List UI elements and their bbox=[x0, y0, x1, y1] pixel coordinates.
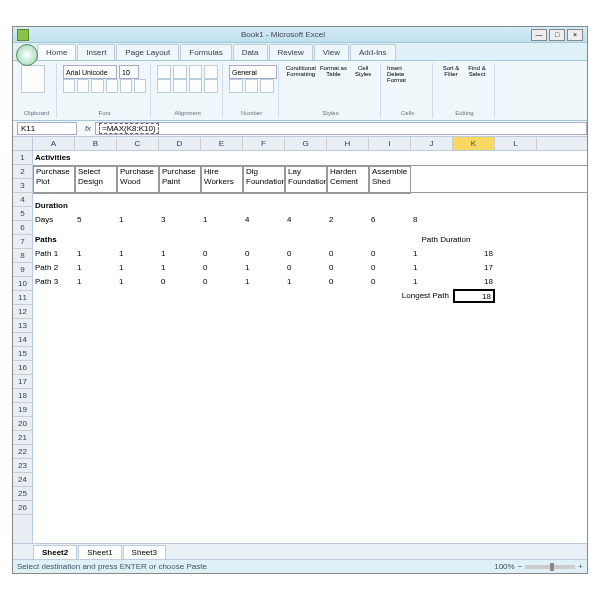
row-10[interactable]: 10 bbox=[13, 277, 32, 291]
longest-path-label[interactable]: Longest Path bbox=[369, 289, 453, 303]
activity-cell[interactable]: Hire Workers bbox=[201, 166, 243, 194]
path-name[interactable]: Path 1 bbox=[33, 247, 75, 261]
row-5[interactable]: 5 bbox=[13, 207, 32, 221]
row-6[interactable]: 6 bbox=[13, 221, 32, 235]
sheet-tab-sheet2[interactable]: Sheet2 bbox=[33, 545, 77, 559]
cell-A7[interactable]: Paths bbox=[33, 233, 75, 247]
activity-cell[interactable]: Lay Foundation bbox=[285, 166, 327, 194]
wrap-button[interactable] bbox=[204, 65, 218, 79]
cells[interactable]: Activities Purchase PlotSelect DesignPur… bbox=[33, 151, 587, 555]
cell-K11[interactable]: 18 bbox=[453, 289, 495, 303]
row-26[interactable]: 26 bbox=[13, 501, 32, 515]
col-F[interactable]: F bbox=[243, 137, 285, 150]
row-17[interactable]: 17 bbox=[13, 375, 32, 389]
path-cell[interactable]: 0 bbox=[201, 261, 243, 275]
row-2[interactable]: 2 bbox=[13, 165, 32, 179]
fx-icon[interactable]: fx bbox=[81, 124, 95, 133]
col-B[interactable]: B bbox=[75, 137, 117, 150]
format-table-button[interactable]: Format as Table bbox=[319, 65, 349, 77]
zoom-in-icon[interactable]: + bbox=[578, 562, 583, 571]
path-cell[interactable]: 1 bbox=[117, 261, 159, 275]
office-button[interactable] bbox=[16, 44, 38, 66]
activity-cell[interactable]: Purchase Paint bbox=[159, 166, 201, 194]
activity-cell[interactable]: Purchase Plot bbox=[33, 166, 75, 194]
row-18[interactable]: 18 bbox=[13, 389, 32, 403]
path-cell[interactable]: 0 bbox=[243, 247, 285, 261]
paste-button[interactable] bbox=[21, 65, 45, 93]
days-cell[interactable]: 8 bbox=[411, 213, 453, 227]
zoom-out-icon[interactable]: − bbox=[518, 562, 523, 571]
tab-page-layout[interactable]: Page Layout bbox=[116, 44, 179, 60]
days-cell[interactable]: 1 bbox=[201, 213, 243, 227]
align-top-button[interactable] bbox=[157, 65, 171, 79]
col-J[interactable]: J bbox=[411, 137, 453, 150]
days-label[interactable]: Days bbox=[33, 213, 75, 227]
font-size-select[interactable]: 10 bbox=[119, 65, 139, 79]
bold-button[interactable] bbox=[63, 79, 75, 93]
days-cell[interactable]: 3 bbox=[159, 213, 201, 227]
activity-cell[interactable]: Harden Cement bbox=[327, 166, 369, 194]
conditional-formatting-button[interactable]: Conditional Formatting bbox=[285, 65, 317, 77]
row-14[interactable]: 14 bbox=[13, 333, 32, 347]
path-name[interactable]: Path 2 bbox=[33, 261, 75, 275]
tab-home[interactable]: Home bbox=[37, 44, 76, 60]
col-I[interactable]: I bbox=[369, 137, 411, 150]
format-cells-button[interactable]: Format bbox=[387, 77, 428, 83]
path-cell[interactable]: 1 bbox=[411, 261, 453, 275]
formula-input[interactable]: =MAX(K8:K10) bbox=[95, 122, 587, 135]
row-7[interactable]: 7 bbox=[13, 235, 32, 249]
row-22[interactable]: 22 bbox=[13, 445, 32, 459]
col-L[interactable]: L bbox=[495, 137, 537, 150]
font-name-select[interactable]: Arial Unicode bbox=[63, 65, 117, 79]
col-A[interactable]: A bbox=[33, 137, 75, 150]
path-cell[interactable]: 1 bbox=[75, 247, 117, 261]
path-cell[interactable]: 1 bbox=[411, 247, 453, 261]
sort-filter-button[interactable]: Sort & Filter bbox=[439, 65, 463, 77]
tab-addins[interactable]: Add-Ins bbox=[350, 44, 396, 60]
cell-A4[interactable]: Duration bbox=[33, 199, 75, 213]
path-cell[interactable]: 0 bbox=[201, 247, 243, 261]
row-3[interactable]: 3 bbox=[13, 179, 32, 193]
path-cell[interactable]: 1 bbox=[159, 261, 201, 275]
path-duration[interactable]: 17 bbox=[453, 261, 495, 275]
row-24[interactable]: 24 bbox=[13, 473, 32, 487]
path-cell[interactable]: 0 bbox=[327, 247, 369, 261]
row-9[interactable]: 9 bbox=[13, 263, 32, 277]
row-8[interactable]: 8 bbox=[13, 249, 32, 263]
path-cell[interactable]: 0 bbox=[369, 247, 411, 261]
row-1[interactable]: 1 bbox=[13, 151, 32, 165]
path-duration-header[interactable]: Path Duration bbox=[411, 233, 481, 247]
cell-styles-button[interactable]: Cell Styles bbox=[350, 65, 376, 77]
font-color-button[interactable] bbox=[134, 79, 146, 93]
col-K[interactable]: K bbox=[453, 137, 495, 150]
path-cell[interactable]: 1 bbox=[159, 247, 201, 261]
row-12[interactable]: 12 bbox=[13, 305, 32, 319]
path-cell[interactable]: 1 bbox=[75, 261, 117, 275]
sheet-tab-sheet1[interactable]: Sheet1 bbox=[78, 545, 121, 559]
currency-button[interactable] bbox=[229, 79, 243, 93]
activity-cell[interactable]: Select Design bbox=[75, 166, 117, 194]
tab-view[interactable]: View bbox=[314, 44, 349, 60]
find-select-button[interactable]: Find & Select bbox=[465, 65, 489, 77]
path-cell[interactable]: 1 bbox=[75, 275, 117, 289]
tab-data[interactable]: Data bbox=[233, 44, 268, 60]
path-cell[interactable]: 0 bbox=[327, 275, 369, 289]
col-H[interactable]: H bbox=[327, 137, 369, 150]
fill-color-button[interactable] bbox=[120, 79, 132, 93]
row-15[interactable]: 15 bbox=[13, 347, 32, 361]
days-cell[interactable]: 6 bbox=[369, 213, 411, 227]
align-bottom-button[interactable] bbox=[189, 65, 203, 79]
comma-button[interactable] bbox=[260, 79, 274, 93]
zoom-slider[interactable] bbox=[525, 565, 575, 569]
row-4[interactable]: 4 bbox=[13, 193, 32, 207]
underline-button[interactable] bbox=[91, 79, 103, 93]
tab-formulas[interactable]: Formulas bbox=[180, 44, 231, 60]
path-cell[interactable]: 1 bbox=[117, 247, 159, 261]
align-left-button[interactable] bbox=[157, 79, 171, 93]
zoom-controls[interactable]: 100% − + bbox=[494, 562, 583, 571]
path-cell[interactable]: 0 bbox=[285, 247, 327, 261]
number-format-select[interactable]: General bbox=[229, 65, 277, 79]
minimize-button[interactable]: — bbox=[531, 29, 547, 41]
row-21[interactable]: 21 bbox=[13, 431, 32, 445]
row-23[interactable]: 23 bbox=[13, 459, 32, 473]
